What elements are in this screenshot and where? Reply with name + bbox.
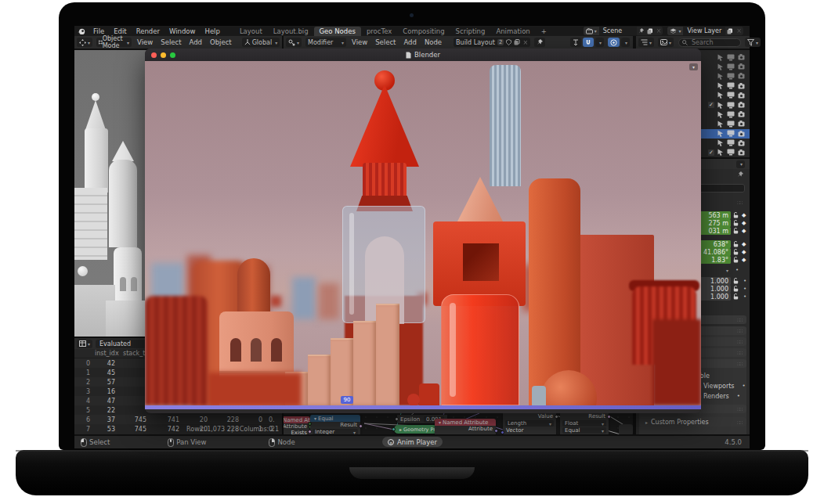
new-view-layer-icon[interactable] xyxy=(725,28,735,34)
table-row[interactable]: 6 37 745 741 20 228 0 0. xyxy=(74,415,282,424)
workspace-tab[interactable]: procTex xyxy=(361,27,397,36)
datatype-dropdown[interactable]: Integer▾ xyxy=(313,429,358,434)
socket-attribute[interactable] xyxy=(494,429,498,433)
tree-type-dropdown[interactable]: Modifier▾ xyxy=(305,38,346,47)
outliner-checkbox[interactable]: ✓ xyxy=(708,149,714,156)
node-vector-math[interactable]: Value Length▾ Vector xyxy=(503,413,556,434)
workspace-tab[interactable]: Geo Nodes xyxy=(314,27,361,36)
minimize-button[interactable] xyxy=(161,52,166,58)
anim-player-indicator[interactable]: ✕ Anim Player xyxy=(382,437,443,447)
workspace-tab[interactable]: + xyxy=(536,27,552,36)
selectable-arrow-icon[interactable] xyxy=(717,111,724,118)
user-count-badge[interactable]: 2 xyxy=(497,39,504,45)
selectable-arrow-icon[interactable] xyxy=(717,121,724,128)
workspace-tab[interactable]: Layout.big xyxy=(268,27,314,36)
remove-view-layer-icon[interactable]: × xyxy=(735,27,743,34)
workspace-tab[interactable]: Compositing xyxy=(397,27,450,36)
node-equal[interactable]: ▾Equal Result Integer▾ xyxy=(310,415,360,434)
chevron-down-icon[interactable]: ▾ xyxy=(689,63,698,70)
menu-item[interactable]: File xyxy=(89,27,109,35)
snapping-dropdown[interactable]: ▾ xyxy=(595,38,604,47)
timeline-scrubber[interactable] xyxy=(145,405,701,409)
orientation-dropdown[interactable]: Global▾ xyxy=(242,38,280,47)
unlink-node-group-icon[interactable]: × xyxy=(522,39,528,46)
disable-in-render-icon[interactable] xyxy=(738,54,745,60)
disable-in-render-icon[interactable] xyxy=(738,140,745,146)
node-group-name-field[interactable]: Build Layout 2 × xyxy=(454,38,530,47)
viewport-menu-item[interactable]: View xyxy=(133,38,157,46)
disable-in-render-icon[interactable] xyxy=(738,102,745,108)
view-layer-name[interactable]: View Layer xyxy=(683,27,725,35)
selectable-arrow-icon[interactable] xyxy=(717,102,724,109)
selectable-arrow-icon[interactable] xyxy=(717,139,724,146)
disable-in-render-icon[interactable] xyxy=(738,131,745,137)
menu-item[interactable]: Window xyxy=(164,27,201,35)
hide-in-viewport-icon[interactable] xyxy=(727,92,735,99)
animate-dot-icon[interactable]: • xyxy=(735,267,739,273)
disable-in-render-icon[interactable] xyxy=(738,92,745,99)
socket-result[interactable] xyxy=(607,415,611,419)
hide-in-viewport-icon[interactable] xyxy=(727,82,735,89)
mode-dropdown[interactable]: Object Mode▾ xyxy=(96,38,132,47)
keyframe-diamond-icon[interactable]: ◆ xyxy=(742,249,746,255)
hide-in-viewport-icon[interactable] xyxy=(727,121,735,128)
custom-properties-panel[interactable]: ▸ Custom Properties ∷∷ xyxy=(639,417,746,427)
outliner-display-mode-dropdown[interactable]: ▾ xyxy=(638,38,654,47)
selectable-arrow-icon[interactable] xyxy=(717,63,724,70)
animate-dot-icon[interactable]: • xyxy=(743,286,746,292)
editor-type-viewport-icon[interactable]: ▾ xyxy=(77,38,92,47)
properties-context-dropdown[interactable]: ▾ xyxy=(736,160,745,168)
pin-icon[interactable] xyxy=(637,28,645,34)
node-sliver[interactable] xyxy=(619,424,633,434)
animate-dot-icon[interactable]: • xyxy=(743,383,746,389)
socket-epsilon[interactable] xyxy=(395,417,399,421)
node-menu-item[interactable]: Node xyxy=(421,38,446,46)
socket-value[interactable] xyxy=(555,415,558,419)
selectable-arrow-icon[interactable] xyxy=(717,149,724,156)
viewport-menu-item[interactable]: Object xyxy=(206,38,236,46)
blender-logo-icon[interactable] xyxy=(78,27,85,35)
datatype-dropdown[interactable]: Float▾ xyxy=(562,420,606,427)
disable-in-render-icon[interactable] xyxy=(738,83,745,89)
unlink-scene-icon[interactable]: × xyxy=(655,27,663,34)
proportional-editing-icon[interactable] xyxy=(608,38,620,47)
outliner-checkbox[interactable]: ✓ xyxy=(708,102,714,108)
lock-icon[interactable] xyxy=(733,278,739,284)
workspace-tab[interactable]: Layout xyxy=(234,27,268,36)
menu-item[interactable]: Help xyxy=(200,27,224,35)
lock-icon[interactable] xyxy=(733,257,739,263)
search-input[interactable] xyxy=(690,38,737,47)
render-result-window[interactable]: Blender xyxy=(145,49,701,413)
view-layer-icon[interactable]: ▾ xyxy=(667,27,683,35)
keyframe-diamond-icon[interactable]: ◆ xyxy=(742,228,746,234)
lock-icon[interactable] xyxy=(733,241,739,247)
animate-dot-icon[interactable]: • xyxy=(743,293,746,300)
close-button[interactable] xyxy=(151,52,157,58)
frame-indicator[interactable]: 90 xyxy=(341,396,353,404)
lock-icon[interactable] xyxy=(733,249,739,255)
hide-in-viewport-icon[interactable] xyxy=(727,111,735,118)
hide-in-viewport-icon[interactable] xyxy=(727,130,735,137)
animate-dot-icon[interactable]: • xyxy=(743,278,746,284)
disable-in-render-icon[interactable] xyxy=(738,149,745,156)
node-menu-item[interactable]: Select xyxy=(371,38,399,46)
proportional-dropdown[interactable]: ▾ xyxy=(621,38,630,47)
keyframe-diamond-icon[interactable]: ◆ xyxy=(742,220,746,226)
selectable-arrow-icon[interactable] xyxy=(717,73,724,80)
selectable-arrow-icon[interactable] xyxy=(717,54,724,61)
new-scene-icon[interactable] xyxy=(645,28,655,34)
socket-geometry[interactable] xyxy=(392,427,396,431)
hide-in-viewport-icon[interactable] xyxy=(727,63,735,70)
snap-magnet-icon[interactable] xyxy=(583,38,594,47)
selectable-arrow-icon[interactable] xyxy=(717,130,724,137)
node-named-attribute[interactable]: ▾Named Attribute Attribute xyxy=(435,419,496,434)
outliner-search[interactable] xyxy=(678,38,741,47)
workspace-tab[interactable]: Animation xyxy=(490,27,535,36)
menu-item[interactable]: Render xyxy=(132,27,164,35)
operation-dropdown[interactable]: Length▾ xyxy=(505,420,554,427)
fake-user-shield-icon[interactable] xyxy=(506,39,511,45)
snap-target-icon[interactable] xyxy=(570,38,581,47)
socket-b[interactable] xyxy=(308,430,312,434)
editor-type-node-icon[interactable]: ▾ xyxy=(286,38,302,47)
workspace-tab[interactable]: Scripting xyxy=(450,27,491,36)
